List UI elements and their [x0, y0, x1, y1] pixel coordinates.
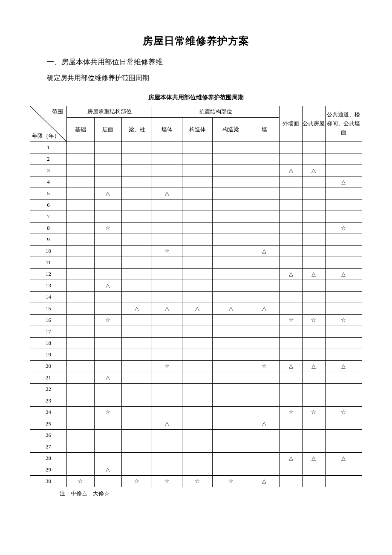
data-cell — [303, 338, 326, 349]
data-cell — [122, 269, 152, 280]
data-cell — [249, 349, 280, 361]
data-cell — [67, 280, 95, 292]
data-cell: △ — [249, 303, 280, 315]
data-cell — [249, 326, 280, 338]
data-cell — [67, 407, 95, 418]
data-cell — [303, 176, 326, 188]
data-cell — [249, 269, 280, 280]
data-cell: △ — [303, 453, 326, 464]
data-cell: △ — [280, 453, 303, 464]
data-cell — [249, 372, 280, 384]
table-row: 10☆△ — [30, 246, 362, 257]
data-cell — [182, 211, 213, 223]
year-cell: 28 — [30, 453, 67, 464]
year-cell: 25 — [30, 418, 67, 430]
table-row: 3△△ — [30, 165, 362, 176]
col-beam-column: 梁、柱 — [122, 118, 152, 142]
data-cell — [213, 453, 249, 464]
data-cell — [249, 211, 280, 223]
data-cell: △ — [303, 361, 326, 372]
data-cell — [280, 476, 303, 487]
data-cell — [152, 176, 182, 188]
data-cell — [67, 292, 95, 303]
year-cell: 13 — [30, 280, 67, 292]
year-cell: 11 — [30, 257, 67, 269]
data-cell — [325, 142, 362, 153]
year-cell: 10 — [30, 246, 67, 257]
table-row: 17 — [30, 326, 362, 338]
data-cell: △ — [152, 188, 182, 199]
data-cell — [325, 292, 362, 303]
data-cell: ☆ — [280, 315, 303, 326]
data-cell — [122, 199, 152, 211]
year-cell: 19 — [30, 349, 67, 361]
year-cell: 22 — [30, 384, 67, 395]
data-cell — [67, 153, 95, 165]
table-row: 2 — [30, 153, 362, 165]
col-public-passage: 公共通道、楼梯间、公共墙面 — [325, 106, 362, 142]
data-cell — [67, 223, 95, 234]
table-row: 20☆☆△△△ — [30, 361, 362, 372]
data-cell — [325, 153, 362, 165]
data-cell — [152, 199, 182, 211]
data-cell — [67, 199, 95, 211]
data-cell — [152, 338, 182, 349]
data-cell — [152, 280, 182, 292]
data-cell — [303, 303, 326, 315]
col-construct-body: 构造体 — [182, 118, 213, 142]
data-cell — [94, 326, 122, 338]
data-cell — [94, 303, 122, 315]
data-cell: △ — [213, 303, 249, 315]
data-cell — [122, 223, 152, 234]
data-cell — [249, 165, 280, 176]
data-cell — [303, 292, 326, 303]
table-row: 26 — [30, 430, 362, 441]
col-floor: 层面 — [94, 118, 122, 142]
data-cell — [280, 384, 303, 395]
data-cell — [213, 223, 249, 234]
data-cell — [182, 246, 213, 257]
data-cell — [280, 418, 303, 430]
table-row: 25△△ — [30, 418, 362, 430]
data-cell: ☆ — [67, 476, 95, 487]
data-cell — [325, 338, 362, 349]
data-cell — [213, 407, 249, 418]
data-cell — [213, 292, 249, 303]
data-cell: △ — [182, 303, 213, 315]
data-cell — [122, 234, 152, 246]
table-row: 29△ — [30, 464, 362, 476]
data-cell — [280, 199, 303, 211]
data-cell — [280, 338, 303, 349]
data-cell — [122, 407, 152, 418]
data-cell — [182, 338, 213, 349]
data-cell: △ — [325, 176, 362, 188]
data-cell — [249, 153, 280, 165]
data-cell: △ — [94, 372, 122, 384]
data-cell — [325, 476, 362, 487]
data-cell — [152, 211, 182, 223]
data-cell — [94, 476, 122, 487]
data-cell: ☆ — [152, 476, 182, 487]
section-heading: 一、房屋本体共用部位日常维修养维 — [47, 57, 366, 67]
year-cell: 8 — [30, 223, 67, 234]
year-cell: 27 — [30, 441, 67, 453]
data-cell — [182, 407, 213, 418]
data-cell: ☆ — [122, 476, 152, 487]
data-cell — [325, 349, 362, 361]
year-cell: 17 — [30, 326, 67, 338]
data-cell — [67, 246, 95, 257]
col-public-house: 公共房屋 — [303, 106, 326, 142]
page-title: 房屋日常维修养护方案 — [26, 34, 366, 48]
data-cell — [67, 303, 95, 315]
data-cell: ☆ — [182, 476, 213, 487]
data-cell — [303, 476, 326, 487]
table-row: 30☆☆☆☆☆△ — [30, 476, 362, 487]
table-row: 4△ — [30, 176, 362, 188]
data-cell — [182, 395, 213, 407]
data-cell — [152, 407, 182, 418]
data-cell — [249, 315, 280, 326]
data-cell — [280, 176, 303, 188]
data-cell — [182, 223, 213, 234]
year-cell: 29 — [30, 464, 67, 476]
data-cell — [94, 292, 122, 303]
